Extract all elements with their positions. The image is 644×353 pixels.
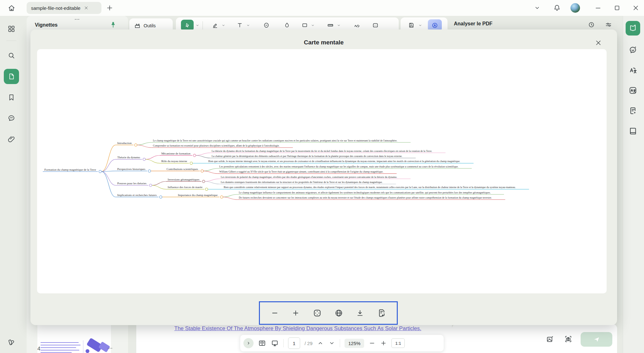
mindmap-node-dot[interactable]: [149, 184, 152, 186]
presentation-icon[interactable]: [271, 339, 279, 347]
send-button[interactable]: [581, 332, 612, 347]
paperclip-icon[interactable]: [7, 135, 16, 143]
page-number-value: 1: [293, 341, 295, 346]
mindmap-leaf-text: Les premières spéculations remontent à d…: [219, 165, 459, 168]
tab-title: sample-file-not-editable: [31, 5, 80, 11]
zoom-level-value: 125%: [348, 341, 360, 346]
sticker-icon[interactable]: [372, 22, 379, 29]
zoom-level[interactable]: 125%: [345, 339, 364, 348]
export-notes-icon[interactable]: [377, 308, 386, 318]
text-tool-icon[interactable]: [236, 22, 243, 29]
chevron-right-icon: [246, 340, 251, 346]
modal-title: Carte mentale: [30, 39, 617, 46]
expand-panel-button[interactable]: [243, 338, 254, 348]
maximize-icon[interactable]: [613, 4, 621, 12]
page-down-icon[interactable]: [328, 340, 335, 347]
new-tab-icon[interactable]: [106, 4, 113, 12]
pages-tab-active[interactable]: [4, 69, 19, 84]
ai-chat-input-panel[interactable]: [452, 324, 617, 353]
mindmap-node-label: Rôle du noyau interne: [161, 160, 187, 163]
glossary-book-icon[interactable]: [628, 126, 638, 136]
ai-chat-icon[interactable]: [628, 45, 638, 55]
page-up-icon[interactable]: [317, 340, 324, 347]
mindmap-node-label: Mécanisme de formation: [161, 152, 190, 155]
language-globe-icon[interactable]: [334, 308, 344, 318]
highlighter-chevron-icon[interactable]: [221, 23, 226, 28]
settings-sliders-icon[interactable]: [605, 21, 612, 29]
avatar[interactable]: [570, 3, 580, 13]
mindmap-node-dot[interactable]: [205, 188, 208, 191]
sidebar-divider: [6, 41, 16, 41]
mindmap-node-dot[interactable]: [201, 170, 203, 172]
download-icon[interactable]: [356, 309, 364, 317]
signature-icon[interactable]: [353, 22, 361, 29]
thumbnails-more-icon[interactable]: [106, 347, 113, 350]
mindmap-node-dot[interactable]: [202, 180, 205, 183]
comment-icon[interactable]: [7, 114, 16, 122]
mindmap-node-dot[interactable]: [159, 196, 162, 198]
translate-icon[interactable]: [628, 65, 638, 75]
save-chevron-icon[interactable]: [418, 23, 423, 28]
text-tool-chevron-icon[interactable]: [246, 23, 251, 28]
mindmap-node-label: Implications et recherches futures: [117, 193, 157, 197]
select-tool-chevron-icon[interactable]: [195, 23, 200, 28]
translate-page-icon[interactable]: [628, 86, 638, 95]
ai-read-tab-active[interactable]: [626, 21, 640, 36]
bell-icon[interactable]: [553, 4, 561, 12]
mindmap-canvas[interactable]: Formation du champ magnétique de la Terr…: [37, 49, 607, 293]
zoom-out-icon[interactable]: [270, 309, 279, 317]
ruler-icon[interactable]: [327, 22, 334, 29]
redact-icon[interactable]: [263, 22, 270, 29]
zoom-out-page-icon[interactable]: [369, 340, 376, 347]
home-icon[interactable]: [8, 4, 16, 12]
actual-size-button[interactable]: 1:1: [391, 338, 405, 348]
fit-screen-icon[interactable]: [312, 308, 322, 318]
mindmap-node-dot[interactable]: [190, 162, 192, 165]
bookmark-icon[interactable]: [7, 93, 16, 101]
ruler-chevron-icon[interactable]: [336, 23, 341, 28]
ai-summary-icon[interactable]: [628, 106, 638, 115]
analyze-pdf-label[interactable]: Analyser le PDF: [454, 21, 493, 27]
chevron-down-icon[interactable]: [534, 4, 541, 11]
minimize-icon[interactable]: [594, 4, 602, 12]
screenshot-camera-icon[interactable]: [564, 335, 572, 343]
thumbnail-page-number: 4: [37, 346, 40, 352]
mindmap-node-label: Influence des forces de marée: [168, 186, 203, 189]
mindmap-node-dot[interactable]: [99, 170, 101, 173]
drag-handle-icon[interactable]: [74, 18, 80, 21]
zoom-in-page-icon[interactable]: [380, 340, 387, 347]
page-number-input[interactable]: 1: [288, 337, 300, 349]
mindmap-node-dot[interactable]: [148, 170, 151, 172]
highlighter-icon[interactable]: [211, 22, 219, 29]
mindmap-node-dot[interactable]: [134, 144, 137, 146]
document-highlight-text: The Stable Existence Of The Atmosphere B…: [174, 325, 421, 332]
shape-fill-icon[interactable]: [283, 22, 291, 29]
document-tab[interactable]: sample-file-not-editable: [27, 2, 101, 14]
search-icon[interactable]: [7, 51, 16, 60]
save-icon[interactable]: [408, 22, 415, 29]
mindmap-node-dot[interactable]: [193, 154, 196, 157]
zoom-in-icon[interactable]: [291, 309, 300, 317]
send-icon: [592, 335, 601, 343]
mindmap-node-dot[interactable]: [220, 196, 223, 198]
apps-grid-icon[interactable]: [7, 25, 16, 33]
close-icon[interactable]: [632, 4, 640, 12]
mindmap-node-label: Importance du champ magnétique: [178, 193, 217, 197]
page-thumbnail[interactable]: [37, 321, 111, 353]
rectangle-chevron-icon[interactable]: [310, 23, 315, 28]
mindmap-node-label: Introduction: [117, 141, 132, 145]
rectangle-tool-icon[interactable]: [301, 22, 308, 29]
color-swatches-icon[interactable]: [7, 338, 16, 347]
tab-close-icon[interactable]: [84, 5, 89, 10]
history-clock-icon[interactable]: [588, 21, 595, 29]
mindmap-node-label: Contributions scientifiques: [167, 167, 198, 171]
image-sparkle-icon[interactable]: [546, 335, 554, 343]
mindmap-leaf-text: La chaleur générée par la désintégration…: [212, 155, 402, 158]
modal-close-icon[interactable]: [595, 39, 602, 47]
pin-icon[interactable]: [110, 21, 117, 29]
mindmap-modal: Carte mentale Formation du champ magnéti…: [30, 29, 617, 325]
mindmap-node-dot[interactable]: [143, 158, 145, 160]
reading-view-icon[interactable]: [258, 339, 266, 347]
mindmap-node-label: Théorie du dynamo: [117, 156, 140, 159]
mindmap-leaf-text: Bien que considérée comme relativement m…: [224, 186, 516, 189]
